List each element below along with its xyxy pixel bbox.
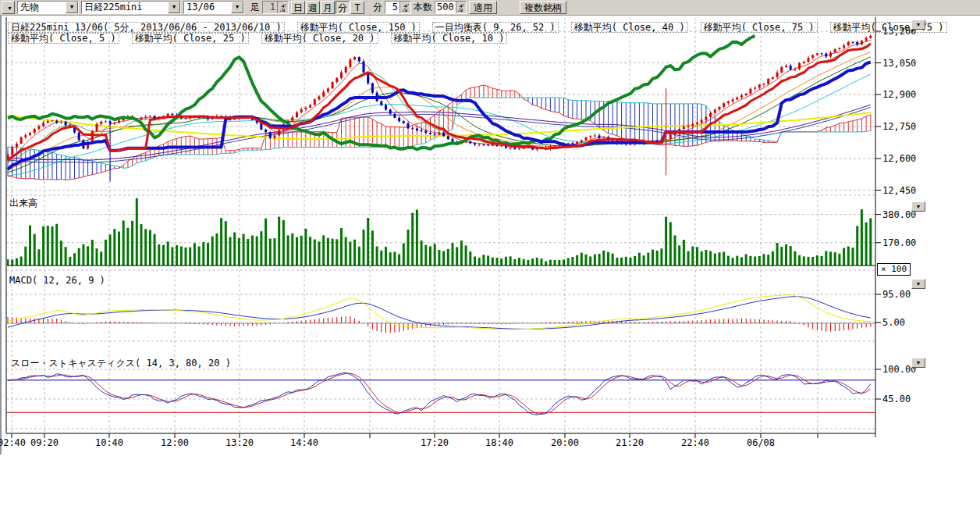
volume-multiplier-badge: × 100 <box>877 263 911 276</box>
contract-month-select[interactable]: 13/06 ▼ <box>183 1 244 14</box>
value-axis-label: 5.00 <box>882 317 905 328</box>
chevron-down-icon[interactable]: ▼ <box>66 2 78 13</box>
minute-label: 分 <box>373 1 382 14</box>
stoch-pane-scale-button[interactable]: ▼ <box>911 358 925 368</box>
bar-count-value: 500 <box>435 2 456 13</box>
time-axis-label: 17:20 <box>421 437 449 448</box>
bar-interval-stepper[interactable]: 1 <box>262 1 289 14</box>
time-axis-label: 13:20 <box>225 437 254 448</box>
symbol-select-value: 日経225mini <box>82 2 168 13</box>
spinner-icon[interactable] <box>456 2 466 13</box>
main-pane-scale-button[interactable]: ▼ <box>911 20 925 30</box>
value-axis-label: 13,050 <box>882 58 916 69</box>
chart-plot[interactable] <box>0 0 980 506</box>
value-axis-label: 45.00 <box>882 394 911 404</box>
value-axis-label: 12,900 <box>882 89 916 100</box>
time-axis-label: 06/08 <box>747 437 775 448</box>
minute-value: 5 <box>385 2 399 13</box>
value-axis-label: 12,600 <box>882 153 916 164</box>
legend-item: 移動平均( Close, 25 ) <box>132 33 249 44</box>
symbol-select[interactable]: 日経225mini ▼ <box>81 1 181 14</box>
legend-item: 移動平均( Close, 20 ) <box>261 33 378 44</box>
bar-type-label: 足 <box>250 1 260 14</box>
macd-pane-label: MACD( 12, 26, 9 ) <box>9 275 105 286</box>
window-left-edge <box>0 16 2 454</box>
period-button-週[interactable]: 週 <box>306 1 320 14</box>
value-axis-label: 170.00 <box>882 237 916 248</box>
time-axis-label: 22:40 <box>681 437 709 448</box>
chart-window: ▼ 先物 ▼ 日経225mini ▼ 13/06 ▼ 足 1 日週月分T 分 5… <box>0 0 980 506</box>
value-axis-label: 95.00 <box>882 289 911 300</box>
minute-stepper[interactable]: 5 <box>385 1 411 14</box>
stoch-pane-label: スロー・ストキャスティクス( 14, 3, 80, 20 ) <box>11 357 231 370</box>
chevron-down-icon: ▼ <box>7 5 12 11</box>
period-button-分[interactable]: 分 <box>336 1 350 14</box>
chevron-down-icon: ▼ <box>916 204 921 209</box>
category-select[interactable]: 先物 ▼ <box>17 1 79 14</box>
contract-month-value: 13/06 <box>184 2 231 13</box>
chevron-down-icon[interactable]: ▼ <box>231 2 243 13</box>
chevron-down-icon: ▼ <box>916 281 921 287</box>
time-axis-label: 09:20 <box>30 437 59 448</box>
spinner-icon[interactable] <box>399 2 410 13</box>
time-axis-label: 12:00 <box>161 437 189 448</box>
volume-pane-scale-button[interactable]: ▼ <box>911 201 925 212</box>
legend-item: 移動平均( Close, 75 ) <box>701 22 818 33</box>
period-button-月[interactable]: 月 <box>321 1 335 14</box>
time-axis-label: 10:40 <box>95 437 123 448</box>
time-axis-label: 14:40 <box>290 437 318 448</box>
period-button-T[interactable]: T <box>350 1 364 14</box>
period-button-日[interactable]: 日 <box>291 1 305 14</box>
multi-symbol-button[interactable]: 複数銘柄 <box>520 1 566 14</box>
time-axis-label: 20:00 <box>551 437 579 448</box>
bar-count-label: 本数 <box>414 1 432 14</box>
legend-row-2: 移動平均( Close, 5 )移動平均( Close, 25 )移動平均( C… <box>8 30 520 45</box>
legend-item: 移動平均( Close, 10 ) <box>391 33 508 44</box>
value-axis-label: 12,450 <box>882 185 916 196</box>
time-axis-label: 02:40 <box>0 437 26 448</box>
macd-pane-scale-button[interactable]: ▼ <box>911 279 925 289</box>
window-dropdown-button[interactable]: ▼ <box>2 1 15 14</box>
volume-pane-label: 出来高 <box>9 197 37 210</box>
chevron-down-icon[interactable]: ▼ <box>168 2 180 13</box>
bar-interval-value: 1 <box>263 2 277 13</box>
category-select-value: 先物 <box>18 2 66 13</box>
chevron-down-icon: ▼ <box>916 22 921 27</box>
toolbar: ▼ 先物 ▼ 日経225mini ▼ 13/06 ▼ 足 1 日週月分T 分 5… <box>0 0 980 16</box>
value-axis-label: 12,750 <box>882 121 916 132</box>
legend-item: 移動平均( Close, 40 ) <box>571 22 688 33</box>
bar-count-stepper[interactable]: 500 <box>435 1 467 14</box>
period-button-group: 日週月分T <box>291 1 364 14</box>
apply-button[interactable]: 適用 <box>469 1 497 14</box>
legend-item: 移動平均( Close, 5 ) <box>8 33 119 44</box>
chevron-down-icon: ▼ <box>916 360 921 365</box>
time-axis-label: 18:40 <box>485 437 513 448</box>
spinner-icon[interactable] <box>277 2 288 13</box>
time-axis-label: 21:20 <box>616 437 644 448</box>
